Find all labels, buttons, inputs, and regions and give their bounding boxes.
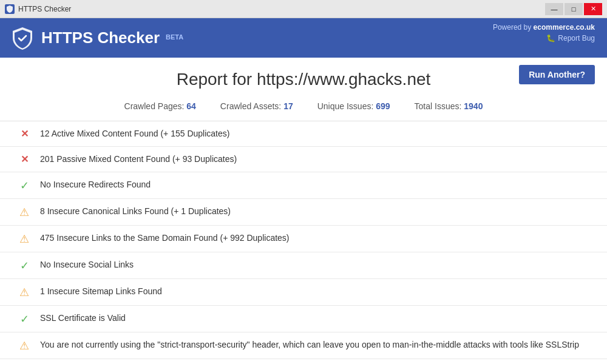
- header-title: HTTPS Checker: [41, 29, 160, 47]
- bug-icon: 🐛: [546, 34, 555, 42]
- issue-icon-container: ✓: [18, 179, 30, 192]
- warning-icon: ⚠: [19, 339, 29, 352]
- stats-row: Crawled Pages: 64 Crawled Assets: 17 Uni…: [0, 96, 607, 121]
- warning-icon: ⚠: [19, 286, 29, 299]
- minimize-button[interactable]: —: [545, 3, 563, 15]
- issue-text: 1 Insecure Sitemap Links Found: [40, 285, 162, 298]
- powered-by-text: Powered by ecommerce.co.uk: [493, 23, 595, 32]
- issue-text: SSL Certificate is Valid: [40, 312, 126, 325]
- title-bar-text: HTTPS Checker: [18, 5, 545, 13]
- stat-total-issues: Total Issues: 1940: [415, 101, 483, 111]
- issue-row[interactable]: ⚠ 8 Insecure Canonical Links Found (+ 1 …: [0, 199, 607, 226]
- issue-row[interactable]: ✕ 201 Passive Mixed Content Found (+ 93 …: [0, 147, 607, 172]
- header-right: Powered by ecommerce.co.uk 🐛 Report Bug: [493, 23, 595, 42]
- header-title-container: HTTPS Checker BETA: [41, 29, 183, 47]
- issue-row[interactable]: ⚠ 1 Insecure Sitemap Links Found: [0, 279, 607, 306]
- issue-row[interactable]: ⚠ Though this site has HTTPS, the HTTP v…: [0, 359, 607, 364]
- error-icon: ✕: [21, 153, 29, 165]
- issue-text: 201 Passive Mixed Content Found (+ 93 Du…: [40, 153, 237, 166]
- issue-icon-container: ✓: [18, 259, 30, 272]
- stat-crawled-pages: Crawled Pages: 64: [124, 101, 196, 111]
- report-title: Report for https://www.ghacks.net: [0, 58, 607, 96]
- issue-icon-container: ✕: [18, 128, 30, 140]
- warning-icon: ⚠: [19, 232, 29, 246]
- issue-text: You are not currently using the "strict-…: [40, 339, 579, 351]
- issue-icon-container: ⚠: [18, 232, 30, 246]
- issue-text: 475 Insecure Links to the Same Domain Fo…: [40, 232, 290, 244]
- issue-text: 8 Insecure Canonical Links Found (+ 1 Du…: [40, 205, 231, 218]
- issue-icon-container: ✓: [18, 312, 30, 326]
- issue-icon-container: ⚠: [18, 286, 30, 299]
- run-another-button[interactable]: Run Another?: [519, 65, 595, 84]
- shield-logo-icon: [10, 25, 35, 51]
- issue-text: No Insecure Redirects Found: [40, 178, 151, 191]
- issues-list: ✕ 12 Active Mixed Content Found (+ 155 D…: [0, 121, 607, 364]
- issue-row[interactable]: ⚠ You are not currently using the "stric…: [0, 332, 607, 359]
- app-icon: [5, 4, 15, 14]
- maximize-button[interactable]: □: [565, 3, 583, 15]
- issue-row[interactable]: ✓ SSL Certificate is Valid: [0, 306, 607, 332]
- success-icon: ✓: [20, 259, 29, 272]
- title-bar: HTTPS Checker — □ ✕: [0, 0, 607, 18]
- main-content: Run Another? Report for https://www.ghac…: [0, 58, 607, 364]
- report-bug-link[interactable]: 🐛 Report Bug: [493, 34, 595, 42]
- window-controls: — □ ✕: [545, 3, 602, 15]
- header-beta-badge: BETA: [166, 33, 183, 41]
- issue-row[interactable]: ✕ 12 Active Mixed Content Found (+ 155 D…: [0, 121, 607, 147]
- issue-row[interactable]: ⚠ 475 Insecure Links to the Same Domain …: [0, 226, 607, 252]
- warning-icon: ⚠: [19, 206, 29, 219]
- stat-crawled-assets: Crawled Assets: 17: [220, 101, 293, 111]
- issue-icon-container: ⚠: [18, 339, 30, 352]
- ecommerce-link[interactable]: ecommerce.co.uk: [534, 23, 595, 32]
- issue-icon-container: ⚠: [18, 206, 30, 219]
- close-button[interactable]: ✕: [584, 3, 602, 15]
- issue-icon-container: ✕: [18, 153, 30, 165]
- issue-row[interactable]: ✓ No Insecure Social Links: [0, 252, 607, 279]
- app-header: HTTPS Checker BETA Powered by ecommerce.…: [0, 18, 607, 58]
- stat-unique-issues: Unique Issues: 699: [317, 101, 390, 111]
- success-icon: ✓: [20, 179, 29, 192]
- success-icon: ✓: [20, 312, 29, 326]
- issue-text: 12 Active Mixed Content Found (+ 155 Dup…: [40, 127, 229, 140]
- header-logo: HTTPS Checker BETA: [10, 25, 183, 51]
- error-icon: ✕: [21, 128, 29, 140]
- issue-text: No Insecure Social Links: [40, 258, 134, 271]
- issue-row[interactable]: ✓ No Insecure Redirects Found: [0, 172, 607, 199]
